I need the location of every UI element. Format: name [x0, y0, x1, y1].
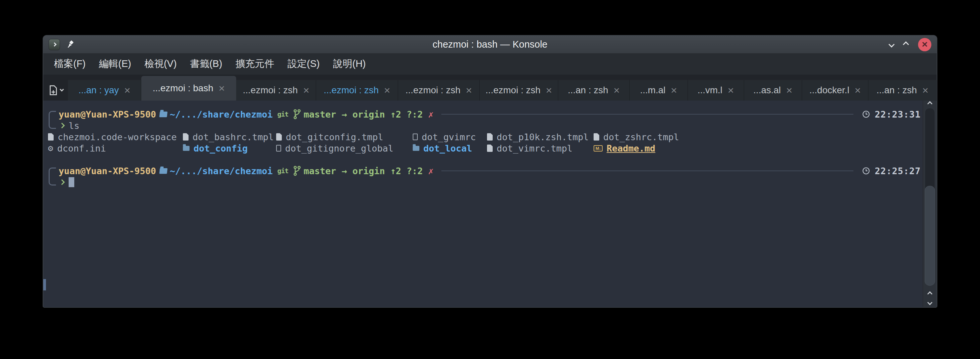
prompt-path: ~/.../share/chezmoi — [170, 166, 273, 176]
markdown-icon: M↓ — [593, 145, 603, 151]
tab-vm-l[interactable]: ...vm.l× — [688, 80, 744, 100]
git-status-text: master → origin ↑2 ?:2 — [304, 109, 423, 119]
ls-entry: dot_p10k.zsh.tmpl — [487, 131, 593, 143]
command-timestamp: 22:23:31 — [875, 109, 921, 119]
menu-settings[interactable]: 設定(S) — [281, 57, 326, 71]
menu-edit[interactable]: 編輯(E) — [92, 57, 138, 71]
tab-close-icon[interactable]: × — [923, 85, 929, 95]
konsole-window: chezmoi : bash — Konsole × 檔案(F) 編輯(E) 檢… — [43, 36, 937, 307]
tab-chezmoi-zsh-4[interactable]: ...ezmoi : zsh× — [480, 80, 558, 100]
ls-entry: dot_zshrc.tmpl — [593, 131, 921, 143]
git-logo-icon: git — [277, 167, 288, 175]
ls-entry: ⚙dconf.ini — [48, 143, 183, 154]
prompt-path: ~/.../share/chezmoi — [170, 109, 273, 119]
ls-entry: dot_vimrc.tmpl — [487, 143, 593, 154]
file-outline-icon — [276, 145, 281, 151]
tab-chezmoi-zsh-3[interactable]: ...ezmoi : zsh× — [398, 80, 480, 100]
scrollbar-thumb[interactable] — [925, 186, 935, 286]
close-button[interactable]: × — [918, 38, 931, 51]
menu-help[interactable]: 說明(H) — [326, 57, 372, 71]
tab-close-icon[interactable]: × — [855, 85, 861, 95]
scroll-up-icon[interactable] — [928, 291, 933, 297]
prompt-chevron-icon — [59, 123, 65, 129]
prompt-user-host: yuan@Yuan-XPS-9500 — [59, 166, 156, 176]
tab-close-icon[interactable]: × — [124, 85, 130, 95]
window-title: chezmoi : bash — Konsole — [43, 39, 937, 50]
tab-as-al[interactable]: ...as.al× — [744, 80, 802, 100]
tab-close-icon[interactable]: × — [384, 85, 390, 95]
tab-close-icon[interactable]: × — [546, 85, 552, 95]
maximize-icon[interactable] — [903, 41, 909, 47]
tab-bar: ...an : yay× ...ezmoi : bash× ...ezmoi :… — [43, 75, 937, 100]
file-icon — [183, 133, 189, 141]
tab-chezmoi-zsh-1[interactable]: ...ezmoi : zsh× — [236, 80, 316, 100]
konsole-app-icon — [49, 39, 60, 50]
folder-open-icon — [159, 168, 167, 174]
file-icon — [487, 133, 493, 141]
tab-close-icon[interactable]: × — [614, 85, 620, 95]
tab-chezmoi-zsh-2[interactable]: ...ezmoi : zsh× — [316, 80, 398, 100]
terminal-cursor — [68, 177, 74, 187]
close-icon: × — [922, 39, 928, 49]
clock-icon — [862, 110, 870, 118]
gear-icon: ⚙ — [48, 144, 53, 152]
new-tab-icon — [48, 85, 58, 95]
file-icon — [276, 133, 282, 141]
file-icon — [487, 145, 493, 152]
menu-plugins[interactable]: 擴充元件 — [229, 57, 281, 71]
tab-close-icon[interactable]: × — [728, 85, 734, 95]
ls-entry: dot_gitconfig.tmpl — [276, 131, 413, 143]
git-branch-icon — [293, 165, 301, 176]
exit-status-mark: ✗ — [428, 166, 433, 176]
git-status-text: master → origin ↑2 ?:2 — [304, 166, 423, 176]
folder-icon — [413, 146, 419, 151]
tab-an-yay[interactable]: ...an : yay× — [68, 80, 141, 100]
tab-close-icon[interactable]: × — [218, 83, 225, 94]
ls-entry: M↓Readme.md — [593, 143, 921, 154]
terminal-view[interactable]: yuan@Yuan-XPS-9500 ~/.../share/chezmoi g… — [43, 100, 937, 307]
scroll-up-icon[interactable] — [928, 101, 933, 106]
menu-bar: 檔案(F) 編輯(E) 檢視(V) 書籤(B) 擴充元件 設定(S) 說明(H) — [43, 53, 937, 75]
menu-view[interactable]: 檢視(V) — [138, 57, 183, 71]
new-tab-dropdown-icon[interactable] — [60, 87, 64, 92]
exit-status-mark: ✗ — [428, 109, 433, 119]
file-icon — [48, 133, 54, 141]
tab-close-icon[interactable]: × — [786, 85, 792, 95]
prompt-block-2: yuan@Yuan-XPS-9500 ~/.../share/chezmoi g… — [48, 165, 921, 188]
minimize-icon[interactable] — [888, 41, 894, 47]
terminal-content: yuan@Yuan-XPS-9500 ~/.../share/chezmoi g… — [43, 100, 923, 307]
prompt-block-1: yuan@Yuan-XPS-9500 ~/.../share/chezmoi g… — [48, 108, 921, 131]
pin-icon[interactable] — [66, 40, 75, 49]
menu-file[interactable]: 檔案(F) — [47, 57, 92, 71]
new-tab-button[interactable] — [43, 80, 68, 100]
scroll-position-marker — [43, 279, 46, 291]
git-logo-icon: git — [277, 110, 288, 118]
prompt-user-host: yuan@Yuan-XPS-9500 — [59, 109, 156, 119]
file-icon — [593, 133, 599, 141]
command-timestamp: 22:25:27 — [875, 166, 921, 176]
title-bar[interactable]: chezmoi : bash — Konsole × — [43, 36, 937, 53]
prompt-bracket — [49, 111, 56, 129]
prompt-chevron-icon — [59, 180, 65, 185]
clock-icon — [862, 167, 870, 175]
tab-an-zsh-2[interactable]: ...an : zsh× — [869, 80, 937, 100]
tab-m-al[interactable]: ...m.al× — [630, 80, 687, 100]
ls-entry: dot_gvimrc — [413, 131, 487, 143]
tab-close-icon[interactable]: × — [303, 85, 309, 95]
folder-icon — [183, 146, 189, 151]
tab-close-icon[interactable]: × — [466, 85, 472, 95]
prompt-bracket — [49, 167, 56, 186]
tab-an-zsh-1[interactable]: ...an : zsh× — [558, 80, 630, 100]
file-outline-icon — [413, 133, 418, 140]
menu-bookmarks[interactable]: 書籤(B) — [183, 57, 229, 71]
prompt-separator-line — [441, 114, 853, 114]
scrollbar[interactable] — [923, 100, 937, 307]
tab-close-icon[interactable]: × — [671, 85, 677, 95]
folder-open-icon — [159, 111, 167, 117]
ls-entry: dot_local — [413, 143, 487, 154]
git-branch-icon — [293, 109, 301, 119]
scroll-down-icon[interactable] — [928, 300, 933, 305]
ls-output: chezmoi.code-workspace dot_bashrc.tmpl d… — [48, 131, 921, 154]
tab-docker-l[interactable]: ...docker.l× — [802, 80, 869, 100]
tab-chezmoi-bash[interactable]: ...ezmoi : bash× — [141, 76, 236, 100]
